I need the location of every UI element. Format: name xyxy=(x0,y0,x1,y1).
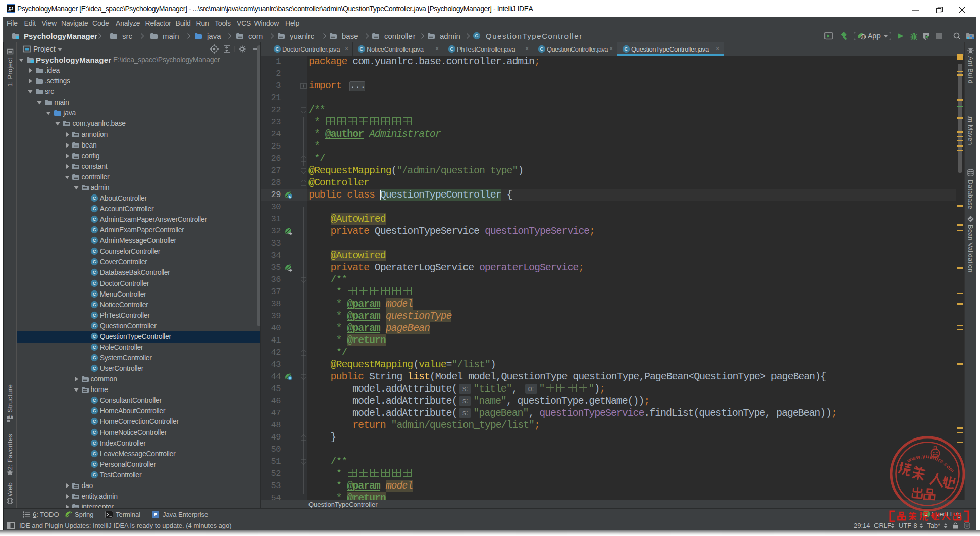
svg-text:C: C xyxy=(92,440,96,446)
svg-text:C: C xyxy=(92,206,96,211)
svg-text:C: C xyxy=(92,280,96,286)
svg-text:c: c xyxy=(289,194,291,198)
svg-text:C: C xyxy=(625,46,628,52)
svg-text:C: C xyxy=(475,33,479,38)
svg-text:C: C xyxy=(92,302,96,307)
svg-text:C: C xyxy=(92,365,96,371)
svg-text:www.yuanlrc.com: www.yuanlrc.com xyxy=(906,453,956,474)
svg-text:C: C xyxy=(92,249,96,254)
svg-text:C: C xyxy=(92,461,96,467)
svg-text:C: C xyxy=(92,227,96,232)
svg-text:IJ: IJ xyxy=(9,6,14,11)
svg-text:C: C xyxy=(92,429,96,435)
svg-text:E: E xyxy=(154,512,157,517)
svg-text:C: C xyxy=(92,472,96,477)
svg-text:U: U xyxy=(862,34,865,39)
svg-text:C: C xyxy=(92,259,96,265)
svg-text:C: C xyxy=(360,46,364,52)
svg-text:C: C xyxy=(540,46,544,52)
svg-text:C: C xyxy=(92,408,96,414)
svg-text:C: C xyxy=(92,216,96,222)
svg-text:C: C xyxy=(92,451,96,456)
svg-text:C: C xyxy=(92,333,96,339)
svg-text:C: C xyxy=(450,46,454,52)
svg-text:C: C xyxy=(92,344,96,350)
svg-text:C: C xyxy=(92,323,96,328)
svg-text:C: C xyxy=(92,195,96,201)
svg-text:C: C xyxy=(92,419,96,424)
svg-text:C: C xyxy=(92,270,96,275)
svg-text:C: C xyxy=(92,355,96,360)
svg-text:C: C xyxy=(92,238,96,243)
svg-text:C: C xyxy=(92,312,96,318)
svg-text:App: App xyxy=(868,32,881,40)
svg-text:C: C xyxy=(92,398,96,403)
svg-text:C: C xyxy=(92,291,96,297)
svg-text:C: C xyxy=(276,46,279,52)
